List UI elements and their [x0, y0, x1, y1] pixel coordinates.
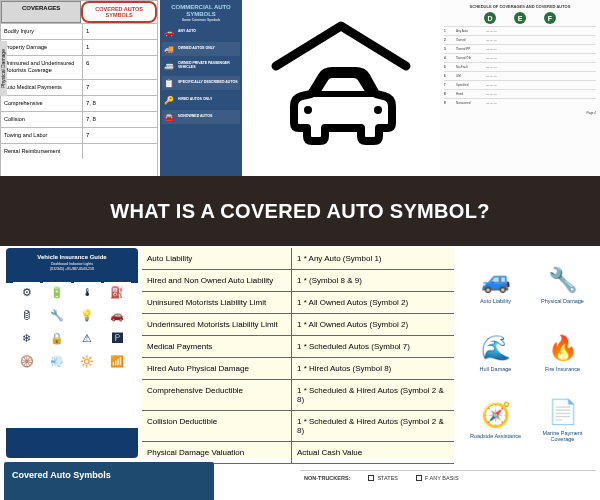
checkbox-icon: [416, 475, 422, 481]
svg-point-1: [374, 106, 382, 114]
dash-icon: 🔒: [43, 328, 70, 348]
policy-value: 1 * Hired Autos (Symbol 8): [292, 358, 454, 379]
dash-icon: 🚗: [104, 305, 131, 325]
ins-icon-cell: 🌊Hull Damage: [464, 321, 527, 384]
ins-label: Fire Insurance: [545, 366, 580, 373]
dash-icon: ⚙: [13, 282, 40, 302]
policy-value: 1 * Any Auto (Symbol 1): [292, 248, 454, 269]
checkbox-states: STATES: [368, 475, 398, 481]
chk-label: STATES: [377, 475, 398, 481]
coverages-header-left: COVERAGES: [1, 1, 81, 23]
ins-icon-cell: 🧭Roadside Assistance: [464, 389, 527, 452]
policy-value: 1 * All Owned Autos (Symbol 2): [292, 292, 454, 313]
van-icon: 🚐: [163, 61, 175, 71]
policy-label: Comprehensive Deductible: [142, 380, 292, 410]
cov-row-label: Auto Medical Payments: [1, 80, 83, 95]
policy-value: Actual Cash Value: [292, 442, 454, 463]
cov-row-val: 6: [83, 56, 157, 78]
ins-icon-cell: 🔥Fire Insurance: [531, 321, 594, 384]
car-icon: 🚗: [163, 27, 175, 37]
policy-value: 1 * Scheduled Autos (Symbol 7): [292, 336, 454, 357]
dash-icon: 🛢: [13, 305, 40, 325]
cov-row-val: 7: [83, 128, 157, 143]
dash-icon: 🅿: [104, 328, 131, 348]
document-icon: 📄: [548, 398, 578, 427]
policy-value: 1 * Scheduled & Hired Autos (Symbol 2 & …: [292, 380, 454, 410]
cov-row-label: Rental Reimbursement: [1, 144, 83, 159]
cov-row-val: 1: [83, 40, 157, 55]
cov-row-label: Uninsured and Underinsured Motorists Cov…: [1, 56, 83, 78]
dash-icon: 💡: [74, 305, 101, 325]
sym-label: SPECIFICALLY DESCRIBED AUTOS: [178, 81, 239, 85]
badge-f: F: [544, 12, 556, 24]
policy-value: 1 * All Owned Autos (Symbol 2): [292, 314, 454, 335]
dash-icon: 🛞: [13, 351, 40, 371]
cov-row-val: [83, 144, 157, 159]
dash-icon: ❄: [13, 328, 40, 348]
guide-icon-grid: ⚙ 🔋 🌡 ⛽ 🛢 🔧 💡 🚗 ❄ 🔒 ⚠ 🅿 🛞 💨 🔆 📶: [10, 279, 134, 374]
main-title-overlay: WHAT IS A COVERED AUTO SYMBOL?: [0, 176, 600, 246]
compass-icon: 🧭: [481, 401, 511, 430]
ins-icon-cell: 🚙Auto Liability: [464, 254, 527, 317]
tile-policy-symbols-table: Auto Liability1 * Any Auto (Symbol 1) Hi…: [142, 248, 454, 458]
schedule-page-number: Page 4: [444, 111, 596, 115]
tile-coverages-table: COVERAGES COVERED AUTOS SYMBOLS Bodily I…: [0, 0, 158, 180]
image-collage: Joyanswer.org COVERAGES COVERED AUTOS SY…: [0, 0, 600, 500]
commercial-title: COMMERCIAL AUTO SYMBOLS: [162, 4, 240, 17]
cov-row-val: 1: [83, 24, 157, 39]
fragment-form-checkboxes: NON-TRUCKERS: STATES F ANY BASIS: [300, 470, 596, 500]
sym-label: NONOWNED AUTOS: [178, 115, 239, 119]
checkbox-icon: [368, 475, 374, 481]
dash-icon: ⚠: [74, 328, 101, 348]
policy-label: Physical Damage Valuation: [142, 442, 292, 463]
dash-icon: 🔆: [74, 351, 101, 371]
non-truckers-label: NON-TRUCKERS:: [304, 475, 350, 481]
ins-label: Hull Damage: [480, 366, 512, 373]
ins-label: Physical Damage: [541, 298, 584, 305]
car-shield-icon: 🚙: [481, 266, 511, 295]
cov-row-val: 7: [83, 80, 157, 95]
checkbox-any-basis: F ANY BASIS: [416, 475, 459, 481]
policy-value: 1 * (Symbol 8 & 9): [292, 270, 454, 291]
truck-icon: 🚚: [163, 44, 175, 54]
clipboard-icon: 📋: [163, 78, 175, 88]
policy-label: Collision Deductible: [142, 411, 292, 441]
policy-label: Auto Liability: [142, 248, 292, 269]
cov-row-val: 7, 8: [83, 96, 157, 111]
dash-icon: 💨: [43, 351, 70, 371]
guide-phone: (012345) +91-987-6543-210: [10, 267, 134, 271]
tile-insurance-icon-grid: 🚙Auto Liability 🔧Physical Damage 🌊Hull D…: [458, 248, 600, 458]
badge-d: D: [484, 12, 496, 24]
key-icon: 🔑: [163, 95, 175, 105]
dash-icon: 🔋: [43, 282, 70, 302]
policy-label: Underinsured Motorists Liability Limit: [142, 314, 292, 335]
sym-label: HIRED AUTOS ONLY: [178, 98, 239, 102]
sym-label: OWNED AUTOS ONLY: [178, 47, 239, 51]
ins-label: Marine Payment Coverage: [531, 430, 594, 443]
guide-footer: Size & Lightness Includes: [10, 378, 134, 383]
cov-row-val: 7, 8: [83, 112, 157, 127]
policy-label: Hired Auto Physical Damage: [142, 358, 292, 379]
ins-label: Auto Liability: [480, 298, 511, 305]
tile-commercial-auto-symbols: COMMERCIAL AUTO SYMBOLS Some Common Symb…: [160, 0, 242, 180]
ins-label: Roadside Assistance: [470, 433, 521, 440]
dash-icon: 🔧: [43, 305, 70, 325]
guide-subtitle: Dashboard Indicator Lights: [10, 262, 134, 266]
car-icon: 🚘: [163, 112, 175, 122]
schedule-title: SCHEDULE OF COVERAGES AND COVERED AUTOS: [444, 4, 596, 9]
tile-covered-auto-icon: [246, 0, 436, 176]
schedule-letter-badges: D E F: [444, 12, 596, 24]
water-icon: 🌊: [481, 334, 511, 363]
physical-damage-side-label: Physical Damage: [0, 41, 7, 96]
dash-icon: 📶: [104, 351, 131, 371]
policy-value: 1 * Scheduled & Hired Autos (Symbol 2 & …: [292, 411, 454, 441]
guide-brand: ENJOY: [10, 388, 134, 395]
wrench-icon: 🔧: [548, 266, 578, 295]
policy-label: Hired and Non Owned Auto Liability: [142, 270, 292, 291]
chk-label: F ANY BASIS: [425, 475, 459, 481]
dash-icon: 🌡: [74, 282, 101, 302]
cov-row-label: Property Damage: [1, 40, 83, 55]
cov-row-label: Towing and Labor: [1, 128, 83, 143]
commercial-subtitle: Some Common Symbols: [162, 18, 240, 22]
ins-icon-cell: 🔧Physical Damage: [531, 254, 594, 317]
